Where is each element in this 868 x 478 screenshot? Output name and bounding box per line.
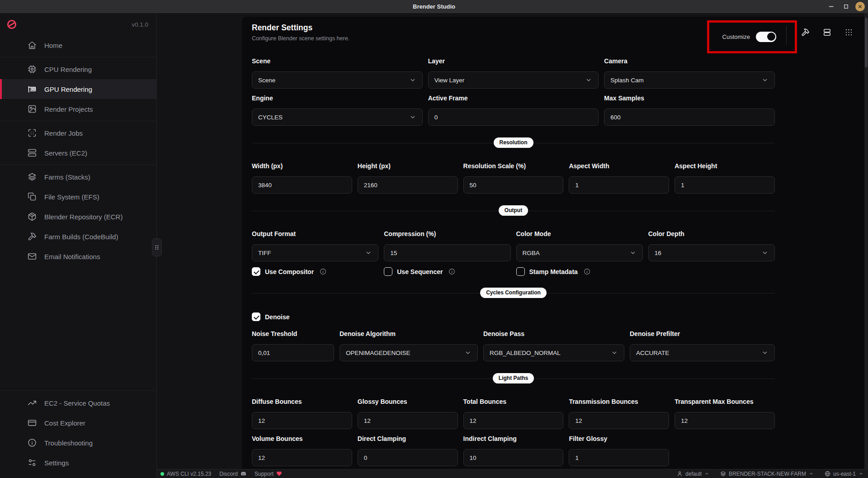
engine-select[interactable]: CYCLES [252, 109, 423, 126]
sidebar-item-cost-explorer[interactable]: Cost Explorer [0, 413, 156, 433]
aspect-width-input[interactable]: 1 [569, 176, 669, 194]
stack-selector[interactable]: BRENDER-STACK-NEW-FARM [720, 471, 814, 477]
tools-button[interactable] [800, 27, 810, 37]
use-compositor-checkbox[interactable] [252, 267, 260, 276]
layout-button[interactable] [822, 27, 832, 37]
denoise-algorithm-select[interactable]: OPENIMAGEDENOISE [340, 344, 478, 361]
sidebar-item-settings[interactable]: Settings [0, 453, 156, 473]
customize-toggle[interactable] [756, 32, 776, 42]
max-samples-value: 600 [610, 114, 621, 121]
denoise-prefilter-field: Denoise PrefilterACCURATE [630, 330, 775, 361]
sidebar-item-email-notifications[interactable]: Email Notifications [0, 246, 156, 266]
sidebar-footer: EC2 - Service QuotasCost ExplorerTrouble… [0, 390, 156, 478]
profile-selector[interactable]: default [677, 471, 709, 477]
stamp-metadata-checkbox-field[interactable]: Stamp Metadata [516, 267, 643, 276]
sidebar-item-farm-builds-codebuild[interactable]: Farm Builds (CodeBuild) [0, 227, 156, 246]
sidebar-resize-handle[interactable] [152, 238, 162, 256]
transmission-bounces-input[interactable]: 12 [569, 412, 669, 429]
engine-value: CYCLES [258, 114, 283, 121]
aspect-height-label: Aspect Height [675, 162, 775, 170]
total-bounces-input[interactable]: 12 [463, 412, 564, 429]
sidebar-item-render-jobs[interactable]: Render Jobs [0, 123, 156, 143]
scan-icon [28, 128, 37, 137]
aspect-height-input[interactable]: 1 [675, 176, 775, 194]
scene-select[interactable]: Scene [252, 71, 423, 89]
heart-icon [276, 471, 282, 477]
total-bounces-value: 12 [470, 417, 476, 424]
close-button[interactable] [855, 2, 865, 11]
sidebar-item-blender-repository-ecr[interactable]: Blender Repository (ECR) [0, 207, 156, 227]
max-samples-input[interactable]: 600 [604, 109, 775, 126]
noise-treshold-value: 0,01 [258, 350, 270, 356]
use-compositor-label: Use Compositor [265, 268, 314, 275]
transparent-max-bounces-input[interactable]: 12 [675, 412, 775, 429]
diffuse-bounces-input[interactable]: 12 [252, 412, 352, 429]
statusbar-left: AWS CLI v2.15.23DiscordSupport [160, 471, 282, 477]
minimize-icon [828, 4, 834, 9]
sidebar-item-servers-ec2[interactable]: Servers (EC2) [0, 143, 156, 163]
volume-bounces-input[interactable]: 12 [252, 449, 352, 466]
color-depth-value: 16 [655, 250, 661, 256]
toggle-knob [767, 33, 775, 41]
use-sequencer-checkbox-field[interactable]: Use Sequencer [384, 267, 510, 276]
aws-cli-status[interactable]: AWS CLI v2.15.23 [160, 471, 211, 477]
denoise-pass-select[interactable]: RGB_ALBEDO_NORMAL [483, 344, 624, 361]
maximize-button[interactable] [840, 2, 851, 12]
apps-button[interactable] [844, 27, 854, 37]
chevron-down-icon [409, 114, 416, 121]
denoise-checkbox-field[interactable]: Denoise [252, 312, 775, 321]
minimize-button[interactable] [826, 2, 836, 12]
aspect-width-value: 1 [575, 182, 579, 189]
sidebar-item-render-projects[interactable]: Render Projects [0, 99, 156, 119]
window-controls [826, 0, 865, 13]
sidebar-item-label: Render Jobs [44, 129, 83, 137]
scene-field: SceneScene [252, 57, 423, 89]
color-mode-select[interactable]: RGBA [516, 244, 643, 261]
scrollbar-track[interactable] [864, 13, 868, 469]
sidebar-item-troubleshooting[interactable]: Troubleshooting [0, 433, 156, 453]
sidebar-item-farms-stacks[interactable]: Farms (Stacks) [0, 167, 156, 187]
camera-select[interactable]: Splash Cam [604, 71, 775, 89]
indirect-clamping-input[interactable]: 10 [463, 449, 564, 466]
active-frame-field: Active Frame0 [428, 95, 599, 126]
width-px-input[interactable]: 3840 [252, 176, 352, 194]
use-sequencer-checkbox[interactable] [384, 267, 392, 276]
sidebar-item-ec2-service-quotas[interactable]: EC2 - Service Quotas [0, 393, 156, 413]
discord-link-label: Discord [219, 471, 238, 477]
layer-select[interactable]: View Layer [428, 71, 599, 89]
denoise-checkbox[interactable] [252, 312, 260, 321]
scrollbar-thumb[interactable] [865, 18, 868, 67]
noise-treshold-input[interactable]: 0,01 [252, 344, 334, 361]
sidebar-item-label: EC2 - Service Quotas [44, 399, 110, 407]
engine-field: EngineCYCLES [252, 95, 423, 126]
sidebar-item-gpu-rendering[interactable]: GPU Rendering [0, 79, 156, 99]
layer-field: LayerView Layer [428, 57, 599, 89]
resolution-scale-field: Resolution Scale (%)50 [463, 162, 564, 194]
denoise-prefilter-select[interactable]: ACCURATE [630, 344, 775, 361]
stamp-metadata-checkbox[interactable] [516, 267, 525, 276]
filter-glossy-input[interactable]: 1 [569, 449, 669, 466]
sidebar-item-file-system-efs[interactable]: File System (EFS) [0, 187, 156, 207]
sidebar-item-cpu-rendering[interactable]: CPU Rendering [0, 59, 156, 79]
indirect-clamping-label: Indirect Clamping [463, 435, 564, 443]
active-frame-input[interactable]: 0 [428, 109, 599, 126]
denoise-algorithm-field: Denoise AlgorithmOPENIMAGEDENOISE [340, 330, 478, 361]
color-depth-select[interactable]: 16 [648, 244, 775, 261]
support-link[interactable]: Support [255, 471, 282, 477]
discord-link[interactable]: Discord [219, 471, 246, 477]
output-format-select[interactable]: TIFF [252, 244, 378, 261]
glossy-bounces-input[interactable]: 12 [358, 412, 458, 429]
denoise-algorithm-label: Denoise Algorithm [340, 330, 478, 338]
direct-clamping-input[interactable]: 0 [358, 449, 458, 466]
trending-up-icon [28, 398, 37, 407]
region-selector[interactable]: us-east-1 [825, 471, 863, 477]
sidebar-item-home[interactable]: Home [0, 35, 156, 55]
height-px-input[interactable]: 2160 [358, 176, 458, 194]
sidebar-item-label: Servers (EC2) [44, 149, 87, 157]
use-compositor-checkbox-field[interactable]: Use Compositor [252, 267, 378, 276]
color-mode-value: RGBA [523, 250, 540, 256]
customize-group: Customize [722, 32, 776, 42]
compression-input[interactable]: 15 [384, 244, 510, 261]
sidebar-nav: HomeCPU RenderingGPU RenderingRender Pro… [0, 33, 156, 268]
resolution-scale-input[interactable]: 50 [463, 176, 564, 194]
